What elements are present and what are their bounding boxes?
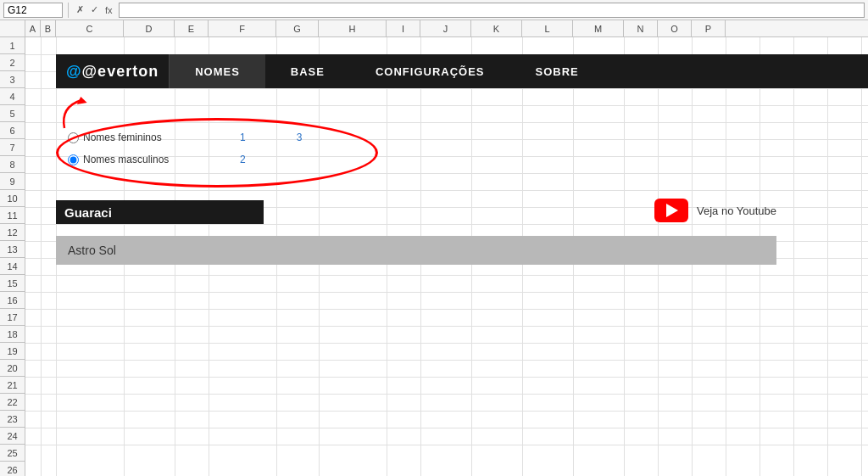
row-17[interactable]: 17 (0, 309, 25, 326)
radio-femininos[interactable] (68, 132, 79, 143)
row-25[interactable]: 25 (0, 445, 25, 462)
nav-item-configuracoes[interactable]: CONFIGURAÇÕES (350, 54, 510, 88)
youtube-icon (654, 199, 688, 222)
meaning-bar: Astro Sol (56, 236, 776, 265)
col-header-l[interactable]: L (522, 20, 573, 36)
h-line (25, 173, 868, 174)
confirm-btn: ✓ (88, 4, 101, 15)
row-6[interactable]: 6 (0, 122, 25, 139)
row-11[interactable]: 11 (0, 207, 25, 224)
h-line (25, 360, 868, 361)
youtube-button[interactable]: Veja no Youtube (654, 199, 776, 222)
h-line (25, 411, 868, 412)
cells-area: @@everton NOMES BASE CONFIGURAÇÕES SOBRE (25, 37, 868, 476)
formula-sep (68, 3, 69, 18)
col-headers: A B C D E F G H I J K L M N O P (0, 20, 868, 37)
row-18[interactable]: 18 (0, 326, 25, 343)
row-numbers: 1 2 3 4 5 6 7 8 9 10 11 12 13 14 15 16 1… (0, 37, 25, 476)
h-line (25, 309, 868, 310)
h-line (25, 292, 868, 293)
h-line (25, 445, 868, 445)
col-header-h[interactable]: H (319, 20, 387, 36)
row-13[interactable]: 13 (0, 241, 25, 258)
row-num-header (0, 20, 25, 36)
row-4[interactable]: 4 (0, 88, 25, 105)
col-header-j[interactable]: J (420, 20, 471, 36)
youtube-play-icon (666, 204, 678, 217)
col-header-e[interactable]: E (175, 20, 209, 36)
row-14[interactable]: 14 (0, 258, 25, 275)
name-display-text: Guaraci (64, 205, 112, 220)
v-line (41, 37, 42, 476)
h-line (25, 394, 868, 395)
h-line (25, 88, 868, 89)
h-line (25, 275, 868, 276)
excel-window: ✗ ✓ fx A B C D E F G H I J K L M N O P 1… (0, 0, 868, 476)
h-line (25, 224, 868, 225)
row-2[interactable]: 2 (0, 54, 25, 71)
radio-section: Nomes femininos 1 3 Nomes masculinos 2 (68, 129, 302, 171)
col-header-d[interactable]: D (124, 20, 175, 36)
col-header-a[interactable]: A (25, 20, 41, 36)
row-23[interactable]: 23 (0, 411, 25, 428)
navbar: @@everton NOMES BASE CONFIGURAÇÕES SOBRE (56, 54, 868, 88)
v-line (861, 37, 862, 476)
row-1[interactable]: 1 (0, 37, 25, 54)
row-5[interactable]: 5 (0, 105, 25, 122)
row-19[interactable]: 19 (0, 343, 25, 360)
v-line (827, 37, 828, 476)
col-header-k[interactable]: K (471, 20, 522, 36)
h-line (25, 377, 868, 378)
navbar-brand: @@everton (56, 54, 170, 88)
radio-masculinos[interactable] (68, 154, 79, 165)
row-26[interactable]: 26 (0, 462, 25, 476)
svg-marker-0 (75, 96, 86, 104)
radio-masculinos-label: Nomes masculinos (83, 154, 193, 165)
row-21[interactable]: 21 (0, 377, 25, 394)
col-header-o[interactable]: O (658, 20, 692, 36)
col-header-n[interactable]: N (624, 20, 658, 36)
row-12[interactable]: 12 (0, 224, 25, 241)
col-header-c[interactable]: C (56, 20, 124, 36)
formula-bar: ✗ ✓ fx (0, 0, 868, 20)
col-header-p[interactable]: P (692, 20, 726, 36)
radio-masculinos-num1: 2 (240, 154, 246, 165)
cancel-btn: ✗ (74, 4, 86, 15)
row-8[interactable]: 8 (0, 156, 25, 173)
brand-name: @everton (82, 63, 159, 80)
h-line (25, 428, 868, 428)
nav-item-base[interactable]: BASE (265, 54, 350, 88)
youtube-label: Veja no Youtube (697, 204, 776, 217)
row-3[interactable]: 3 (0, 71, 25, 88)
name-box[interactable] (3, 3, 63, 18)
row-20[interactable]: 20 (0, 360, 25, 377)
h-line (25, 122, 868, 123)
fx-label: fx (103, 5, 115, 15)
grid-area: 1 2 3 4 5 6 7 8 9 10 11 12 13 14 15 16 1… (0, 37, 868, 476)
row-16[interactable]: 16 (0, 292, 25, 309)
col-header-i[interactable]: I (387, 20, 420, 36)
col-header-b[interactable]: B (41, 20, 56, 36)
col-header-g[interactable]: G (276, 20, 319, 36)
formula-input[interactable] (119, 3, 865, 18)
nav-item-nomes[interactable]: NOMES (170, 54, 265, 88)
v-line (793, 37, 794, 476)
h-line (25, 343, 868, 344)
col-header-m[interactable]: M (573, 20, 624, 36)
row-24[interactable]: 24 (0, 428, 25, 445)
row-9[interactable]: 9 (0, 173, 25, 190)
nav-items: NOMES BASE CONFIGURAÇÕES SOBRE (170, 54, 604, 88)
name-display: Guaraci (56, 200, 264, 224)
nav-item-sobre[interactable]: SOBRE (510, 54, 604, 88)
col-header-f[interactable]: F (209, 20, 276, 36)
row-10[interactable]: 10 (0, 190, 25, 207)
meaning-text: Astro Sol (68, 244, 116, 257)
row-22[interactable]: 22 (0, 394, 25, 411)
radio-femininos-num2: 3 (297, 132, 303, 143)
h-line (25, 190, 868, 191)
h-line (25, 105, 868, 106)
radio-femininos-num1: 1 (240, 132, 246, 143)
row-7[interactable]: 7 (0, 139, 25, 156)
row-15[interactable]: 15 (0, 275, 25, 292)
radio-femininos-label: Nomes femininos (83, 132, 193, 143)
